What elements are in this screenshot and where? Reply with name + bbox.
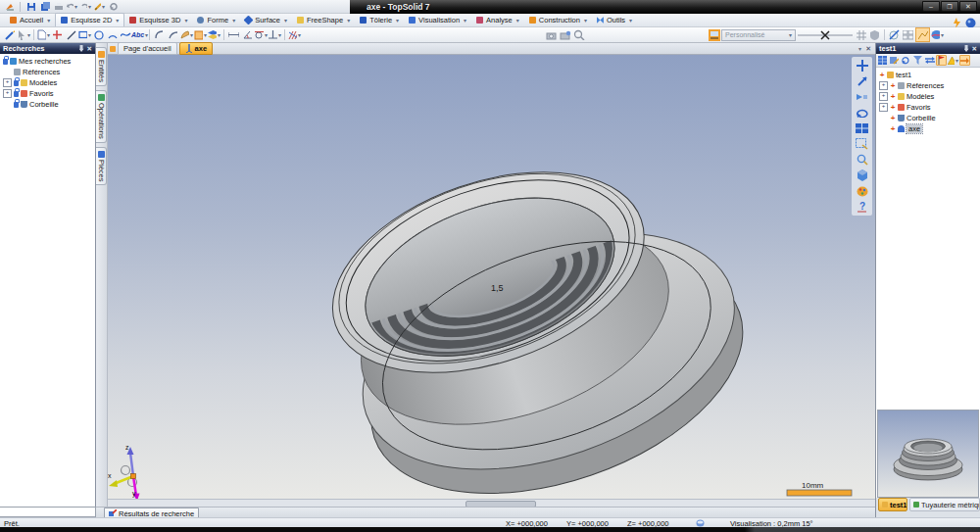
text-tool-icon[interactable]: Abc xyxy=(133,28,146,41)
layers-icon[interactable] xyxy=(208,28,220,41)
tree-item-favoris[interactable]: Favoris xyxy=(876,102,980,113)
minimize-button[interactable] xyxy=(922,1,940,12)
restore-button[interactable] xyxy=(941,1,958,12)
camera-icon[interactable] xyxy=(545,28,558,41)
zoom-window-icon[interactable] xyxy=(855,137,869,151)
save-icon[interactable] xyxy=(25,1,36,12)
warning-icon[interactable] xyxy=(948,55,958,66)
viewport-layout-icon[interactable] xyxy=(902,28,914,41)
context-help-icon[interactable]: ? xyxy=(855,200,869,214)
tab-forme[interactable]: Forme xyxy=(192,14,240,26)
tree-item-references[interactable]: Références xyxy=(0,67,95,77)
zoom-stamp-icon[interactable] xyxy=(572,28,585,41)
tree-item-mes-recherches[interactable]: Mes recherches xyxy=(0,56,95,67)
tangent-constraint-icon[interactable] xyxy=(255,28,268,41)
viewports-icon[interactable] xyxy=(855,121,869,135)
tree-item-corbeille[interactable]: Corbeille xyxy=(0,99,95,110)
point-tool-icon[interactable] xyxy=(51,28,64,41)
pin-icon[interactable] xyxy=(79,45,84,52)
new-sketch-icon[interactable] xyxy=(37,28,50,41)
shading-mode-icon[interactable] xyxy=(931,28,944,41)
style-icon[interactable] xyxy=(708,28,720,41)
tab-accueil[interactable]: Accueil xyxy=(5,14,55,26)
fillet-tool-icon[interactable] xyxy=(153,28,166,41)
undo-icon[interactable] xyxy=(67,1,77,12)
angle-dimension-icon[interactable] xyxy=(241,28,254,41)
tab-visualisation[interactable]: Visualisation xyxy=(404,14,471,26)
chamfer-tool-icon[interactable] xyxy=(167,28,179,41)
tree-item-axe[interactable]: axe xyxy=(876,123,980,134)
render-mode-icon[interactable] xyxy=(915,27,930,42)
tab-axe[interactable]: axe xyxy=(179,42,214,55)
tab-tolerie[interactable]: Tôlerie xyxy=(355,14,404,26)
flag-icon[interactable] xyxy=(936,55,947,66)
circle-tool-icon[interactable] xyxy=(92,28,105,41)
tab-analyse[interactable]: Analyse xyxy=(471,14,524,26)
line-tool-icon[interactable] xyxy=(65,28,77,41)
side-tab-pieces[interactable]: Pièces xyxy=(96,147,107,186)
tab-surface[interactable]: Surface xyxy=(240,14,292,26)
trim-tool-icon[interactable] xyxy=(180,28,193,41)
hatch-icon[interactable] xyxy=(288,28,301,41)
isometric-view-icon[interactable] xyxy=(855,169,869,182)
side-tab-operations[interactable]: Opérations xyxy=(96,90,107,143)
refresh-tree-icon[interactable] xyxy=(901,55,911,66)
search-box[interactable] xyxy=(0,507,96,517)
style-dropdown[interactable]: Personnalisé xyxy=(721,29,796,41)
rectangle-tool-icon[interactable] xyxy=(78,28,91,41)
expand-icon[interactable] xyxy=(879,103,888,112)
tree-item-favoris[interactable]: Favoris xyxy=(0,88,95,99)
zoom-icon[interactable] xyxy=(855,153,869,167)
sketch-visibility-icon[interactable] xyxy=(888,28,901,41)
pan-icon[interactable] xyxy=(855,59,869,73)
tree-item-corbeille[interactable]: Corbeille xyxy=(876,113,980,123)
tab-list-dropdown-icon[interactable] xyxy=(858,45,861,52)
perpendicular-constraint-icon[interactable] xyxy=(269,28,281,41)
tab-esquisse-3d[interactable]: Esquisse 3D xyxy=(124,14,192,26)
tab-page-accueil[interactable]: Page d'accueil xyxy=(118,42,177,55)
document-list-icon[interactable] xyxy=(110,46,116,52)
close-button[interactable] xyxy=(959,1,977,12)
tab-freeshape[interactable]: FreeShape xyxy=(292,14,355,26)
project-tab-test1[interactable]: test1 xyxy=(878,498,907,511)
move-view-icon[interactable] xyxy=(855,74,869,88)
rotate-view-icon[interactable] xyxy=(855,106,869,120)
swap-icon[interactable] xyxy=(959,55,970,66)
pen-icon[interactable] xyxy=(94,1,105,12)
expand-icon[interactable] xyxy=(3,78,12,87)
viewport-hscrollbar[interactable] xyxy=(108,499,875,507)
project-tab-tuyauterie[interactable]: Tuyauterie métriqu... xyxy=(909,498,980,511)
side-tab-entites[interactable]: Entités xyxy=(96,47,107,86)
redo-icon[interactable] xyxy=(80,1,91,12)
view-direction-icon[interactable] xyxy=(855,90,869,104)
expand-icon[interactable] xyxy=(3,89,12,98)
tree-item-references[interactable]: Références xyxy=(876,80,980,91)
transparency-slider[interactable] xyxy=(797,28,854,41)
select-tool-icon[interactable] xyxy=(18,28,30,41)
tab-esquisse-2d[interactable]: Esquisse 2D xyxy=(55,13,124,26)
close-panel-icon[interactable] xyxy=(87,45,92,53)
pencil-tool-icon[interactable] xyxy=(4,28,17,41)
save-all-icon[interactable] xyxy=(39,1,50,12)
profile-icon[interactable] xyxy=(194,28,207,41)
part-preview[interactable] xyxy=(877,410,979,498)
close-document-icon[interactable] xyxy=(865,45,871,53)
camera-settings-icon[interactable] xyxy=(559,28,571,41)
tab-outils[interactable]: Outils xyxy=(592,14,637,26)
filter-tree-icon[interactable] xyxy=(912,55,923,66)
tab-construction[interactable]: Construction xyxy=(524,14,592,26)
refresh-icon[interactable] xyxy=(108,1,119,12)
expand-icon[interactable] xyxy=(879,92,888,101)
print-icon[interactable] xyxy=(53,1,64,12)
tree-item-modeles[interactable]: Modèles xyxy=(0,77,95,88)
palette-icon[interactable] xyxy=(855,184,869,198)
arc-tool-icon[interactable] xyxy=(106,28,119,41)
3d-viewport[interactable]: 1,5 z x y 10mm xyxy=(108,55,875,499)
expand-icon[interactable] xyxy=(879,81,888,90)
close-panel-icon[interactable] xyxy=(972,45,977,53)
grid-toggle-icon[interactable] xyxy=(855,28,867,41)
edit-table-icon[interactable] xyxy=(889,55,900,66)
dimension-icon[interactable] xyxy=(227,28,240,41)
tree-item-modeles[interactable]: Modèles xyxy=(876,91,980,102)
tree-item-test1[interactable]: test1 xyxy=(876,70,980,80)
